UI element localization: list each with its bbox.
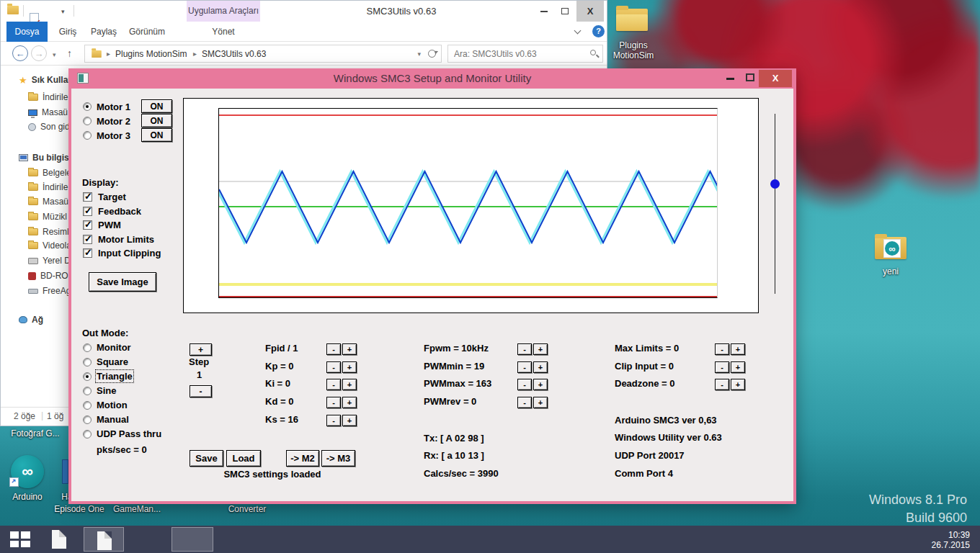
sidebar-item-freeagent[interactable]: FreeAg — [28, 284, 71, 297]
scope-slider-track[interactable] — [775, 114, 775, 294]
desktop-label-yeni[interactable]: yeni — [869, 266, 912, 276]
breadcrumb-part2[interactable]: SMC3Utils v0.63 — [202, 49, 266, 59]
motor-2-on-button[interactable]: ON — [141, 114, 172, 127]
start-button[interactable] — [10, 531, 30, 547]
breadcrumb-part1[interactable]: Plugins MotionSim — [115, 49, 187, 59]
radio-monitor[interactable] — [83, 343, 92, 352]
address-dropdown-icon[interactable]: ▾ — [417, 50, 421, 58]
sidebar-item-downloads[interactable]: İndirile — [28, 91, 68, 104]
tab-dosya[interactable]: Dosya — [6, 22, 48, 42]
max-limits-minus-button[interactable]: - — [715, 343, 729, 355]
clip-input-plus-button[interactable]: + — [731, 361, 745, 373]
radio-manual[interactable] — [83, 415, 92, 424]
tab-giris[interactable]: Giriş — [53, 22, 83, 42]
desktop-label-gameman[interactable]: GameMan... — [108, 504, 166, 514]
fpwm-plus-button[interactable]: + — [533, 343, 548, 355]
radio-triangle[interactable] — [83, 372, 92, 381]
kd-plus-button[interactable]: + — [342, 397, 357, 408]
step-minus-button[interactable]: - — [190, 385, 212, 397]
ribbon-collapse-icon[interactable] — [574, 27, 582, 35]
desktop-label-episode-one[interactable]: Episode One — [43, 504, 115, 514]
desktop-label-plugins-motionsim[interactable]: PluginsMotionSim — [605, 40, 662, 60]
explorer-maximize-button[interactable] — [556, 1, 574, 22]
max-limits-plus-button[interactable]: + — [731, 343, 745, 355]
taskbar-active-app-1[interactable] — [84, 527, 124, 552]
desktop-icon-partial[interactable] — [62, 459, 68, 484]
forward-button[interactable]: → — [31, 45, 47, 61]
copy-to-m3-button[interactable]: -> M3 — [321, 450, 355, 467]
checkbox-target[interactable] — [83, 192, 92, 202]
desktop-label-fotograf[interactable]: Fotoğraf G... — [4, 428, 66, 439]
checkbox-input-clipping[interactable] — [83, 248, 92, 258]
deadzone-plus-button[interactable]: + — [731, 379, 745, 390]
deadzone-minus-button[interactable]: - — [715, 379, 729, 390]
desktop-icon-yeni-folder[interactable]: ∞ — [875, 234, 906, 260]
back-button[interactable]: ← — [12, 45, 28, 61]
sidebar-item-pictures[interactable]: Resiml — [28, 225, 69, 238]
pwmmin-plus-button[interactable]: + — [533, 361, 548, 373]
step-plus-button[interactable]: + — [190, 343, 212, 356]
tab-gorunum[interactable]: Görünüm — [125, 22, 169, 42]
pwmmin-minus-button[interactable]: - — [517, 361, 532, 373]
sidebar-item-desktop[interactable]: Masaü — [28, 106, 68, 119]
radio-square[interactable] — [83, 358, 92, 367]
tab-paylas[interactable]: Paylaş — [86, 22, 122, 42]
checkbox-feedback[interactable] — [83, 207, 92, 216]
sidebar-item-network[interactable]: Ağ — [19, 313, 43, 326]
kd-minus-button[interactable]: - — [326, 397, 341, 408]
radio-udp-pass-thru[interactable] — [83, 430, 92, 439]
history-dropdown-icon[interactable]: ▾ — [53, 51, 56, 58]
radio-motor-2[interactable] — [83, 117, 92, 125]
sidebar-item-documents[interactable]: Belgele — [28, 166, 71, 179]
save-button[interactable]: Save — [190, 450, 223, 467]
motor-3-on-button[interactable]: ON — [141, 128, 172, 142]
sidebar-item-bdrom[interactable]: BD-RO — [28, 269, 68, 282]
explorer-minimize-button[interactable] — [535, 1, 553, 22]
radio-motion[interactable] — [83, 401, 92, 410]
load-button[interactable]: Load — [226, 450, 261, 467]
sidebar-item-downloads2[interactable]: İndirile — [28, 181, 68, 194]
checkbox-motor-limits[interactable] — [83, 235, 92, 244]
tray-clock-time[interactable]: 10:39 — [948, 530, 970, 540]
tray-clock-date[interactable]: 26.7.2015 — [932, 540, 970, 550]
radio-motor-3[interactable] — [83, 131, 92, 140]
pwmmax-plus-button[interactable]: + — [533, 379, 548, 390]
clip-input-minus-button[interactable]: - — [715, 361, 729, 373]
fpid-plus-button[interactable]: + — [342, 343, 357, 355]
sidebar-item-desktop2[interactable]: Masaü — [28, 195, 68, 208]
quick-access-customize-icon[interactable]: ▾ — [61, 8, 65, 15]
desktop-icon-plugins-motionsim[interactable] — [616, 6, 648, 32]
ki-plus-button[interactable]: + — [342, 379, 357, 390]
up-button[interactable]: ↑ — [67, 48, 72, 59]
kp-minus-button[interactable]: - — [326, 361, 341, 373]
sidebar-item-videos[interactable]: Videola — [28, 239, 71, 252]
sidebar-item-localdisk[interactable]: Yerel D — [28, 254, 71, 267]
desktop-label-converter[interactable]: Converter — [222, 504, 272, 514]
copy-to-m2-button[interactable]: -> M2 — [286, 450, 319, 467]
pwmrev-plus-button[interactable]: + — [533, 397, 548, 408]
radio-sine[interactable] — [83, 387, 92, 395]
motor-1-on-button[interactable]: ON — [141, 99, 172, 113]
sidebar-item-favorites[interactable]: ★ Sık Kullan — [19, 73, 74, 86]
sidebar-item-recent[interactable]: Son gid — [28, 120, 70, 133]
sidebar-item-music[interactable]: Müzikl — [28, 210, 67, 223]
quick-access-folder-icon[interactable] — [7, 6, 19, 14]
smc3-minimize-button[interactable] — [726, 78, 734, 80]
taskbar-notepad-icon[interactable] — [52, 530, 66, 549]
smc3-maximize-button[interactable] — [746, 73, 754, 81]
pwmrev-minus-button[interactable]: - — [517, 397, 532, 408]
kp-plus-button[interactable]: + — [342, 361, 357, 373]
checkbox-pwm[interactable] — [83, 220, 92, 230]
explorer-close-button[interactable]: X — [576, 1, 604, 22]
pwmmax-minus-button[interactable]: - — [517, 379, 532, 390]
sidebar-item-thispc[interactable]: Bu bilgis — [19, 151, 69, 164]
smc3-close-button[interactable]: X — [759, 70, 792, 87]
scope-slider-thumb[interactable] — [770, 179, 780, 189]
taskbar-active-app-2[interactable] — [172, 527, 213, 552]
search-box[interactable] — [447, 45, 603, 63]
save-image-button[interactable]: Save Image — [89, 272, 156, 292]
search-input[interactable] — [454, 47, 584, 60]
ks-minus-button[interactable]: - — [326, 415, 341, 426]
tab-yonet[interactable]: Yönet — [202, 22, 244, 42]
fpwm-minus-button[interactable]: - — [517, 343, 532, 355]
